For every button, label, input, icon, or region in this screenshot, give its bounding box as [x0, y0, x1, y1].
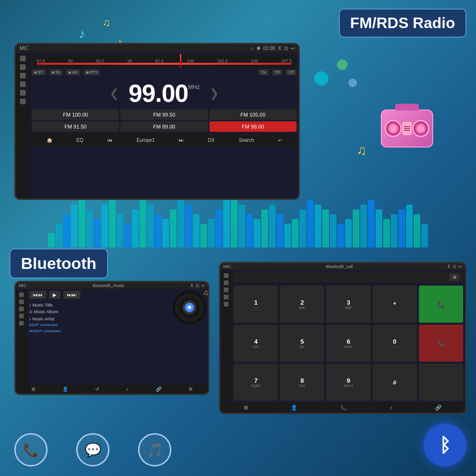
- kp-bottom-music-icon[interactable]: ♪: [390, 405, 393, 411]
- kp-window-icon: ⊡: [453, 264, 456, 269]
- status-row: ST TA AF PTY TA TP ST: [32, 69, 297, 75]
- music-note-2: ♫: [102, 17, 110, 29]
- toolbar-eq-btn[interactable]: EQ: [74, 136, 86, 144]
- bt-info: ♪ Music Title ⊙ Music Album ♪ Music Arti…: [29, 302, 170, 335]
- kp-key-5[interactable]: 5JKL: [280, 325, 324, 362]
- kp-key-2[interactable]: 2ABC: [280, 286, 324, 323]
- frequency-display: ❮ 99.00 MHz ❯: [32, 77, 297, 109]
- kp-bottombar: ⊞ 👤 📞 ♪ 🔗: [220, 403, 465, 413]
- sidebar-icon-6: [20, 99, 26, 104]
- music-note-4: ♫: [357, 143, 367, 158]
- bt-sidebar-1: [19, 292, 24, 297]
- preset-btn-1[interactable]: FM 100.00: [32, 109, 119, 120]
- fm-rds-text: FM/RDS Radio: [350, 14, 455, 31]
- bt-disk: ✱: [173, 291, 206, 324]
- music-note-1: ♪: [79, 26, 85, 41]
- status-pty: PTY: [84, 69, 100, 75]
- kp-end-call-btn[interactable]: 📞: [419, 325, 463, 362]
- status-ta: TA: [50, 69, 63, 75]
- preset-btn-4[interactable]: FM 91.50: [32, 121, 119, 132]
- kp-sidebar-1: [224, 273, 228, 278]
- bottom-feature-icons: 📞 💬 🎵: [14, 433, 171, 466]
- frequency-number: 99.00: [129, 79, 188, 108]
- bt-back-icon: ↩: [201, 283, 205, 288]
- kp-key-3[interactable]: 3DEF: [326, 286, 370, 323]
- bt-sidebar-4: [19, 314, 24, 318]
- kp-key-hash[interactable]: #: [373, 364, 417, 401]
- bt-bottom-link-icon[interactable]: 🔗: [156, 387, 161, 392]
- preset-btn-2[interactable]: FM 99.50: [120, 109, 208, 120]
- toolbar-dx-btn[interactable]: DX: [205, 136, 218, 144]
- bt-bottom-refresh-icon[interactable]: ↺: [95, 387, 99, 392]
- bt-vinyl-disc: ✱ ♫: [173, 291, 206, 324]
- sidebar-icon-1: [20, 56, 26, 61]
- keypad-grid: 1⌂ 2ABC 3DEF * 📞 4GHI: [234, 286, 463, 401]
- kp-call-btn[interactable]: 📞: [419, 286, 463, 323]
- kp-key-4[interactable]: 4GHI: [234, 325, 278, 362]
- kp-sidebar-5: [224, 302, 228, 307]
- freq-next-button[interactable]: ❯: [209, 87, 219, 100]
- bt-bottom-user-icon[interactable]: 👤: [62, 387, 68, 392]
- kp-bottom-link-icon[interactable]: 🔗: [435, 405, 442, 411]
- kp-key-star[interactable]: *: [373, 286, 417, 323]
- radio-topbar: MIC ⌂ ✱ 01:00 ⊼ ⊡ ↩: [16, 44, 298, 52]
- radio-mic-label: MIC: [20, 46, 28, 51]
- kp-bottom-phone-icon[interactable]: 📞: [340, 405, 347, 411]
- bluetooth-section-label: Bluetooth: [10, 248, 108, 278]
- bubble-3: [348, 79, 357, 87]
- preset-grid: FM 100.00 FM 99.50 FM 105.00 FM 91.50 FM…: [32, 109, 297, 132]
- sidebar-icon-5: [20, 90, 26, 96]
- bt-sidebar-5: [19, 321, 24, 326]
- toolbar-next-btn[interactable]: ⏭: [176, 136, 187, 144]
- sidebar-icon-4: [20, 81, 26, 87]
- expand-icon: ⊼: [278, 46, 281, 51]
- frequency-unit: MHz: [188, 84, 200, 90]
- bt-next-btn[interactable]: ⏭⏭: [63, 291, 80, 299]
- kp-key-1[interactable]: 1⌂: [234, 286, 278, 323]
- bluetooth-icon: ✱: [257, 46, 260, 51]
- kp-title: Bluetooth_call: [326, 264, 353, 269]
- bt-music-album-row: ⊙ Music Album: [29, 308, 170, 315]
- toolbar-prev-btn[interactable]: ⏮: [105, 136, 115, 144]
- bt-bottom-music-icon[interactable]: ♪: [126, 387, 129, 392]
- bt-controls: ⏮⏮ ▶ ⏭⏭ ♪ Music Title ⊙ Music Album ♪ Mu…: [29, 291, 170, 383]
- freq-prev-button[interactable]: ❮: [109, 87, 119, 100]
- preset-btn-6[interactable]: FM 99.00: [209, 121, 297, 132]
- boombox-illustration: [381, 109, 438, 167]
- kp-expand-icon: ⊼: [447, 264, 451, 269]
- kp-key-9[interactable]: 9WXYZ: [326, 364, 370, 401]
- radio-top-icons: ⌂ ✱ 01:00 ⊼ ⊡ ↩: [251, 46, 295, 51]
- toolbar-home-btn[interactable]: 🏠: [44, 136, 55, 144]
- radio-sidebar: [16, 54, 30, 198]
- kp-key-8[interactable]: 8TUV: [280, 364, 324, 401]
- kp-key-7[interactable]: 7PQRS: [234, 364, 278, 401]
- kp-key-0[interactable]: 0+: [373, 325, 417, 362]
- bubble-2: [337, 60, 347, 70]
- phone-icon: 📞: [23, 442, 40, 458]
- bt-bottom-grid-icon[interactable]: ⊞: [31, 387, 35, 392]
- bt-play-btn[interactable]: ▶: [49, 291, 60, 299]
- toolbar-station-label: Europe1: [134, 136, 158, 144]
- sidebar-icon-2: [20, 64, 26, 70]
- frequency-bar: 87.59092.59597.5100102.5105107.5: [32, 54, 297, 68]
- kp-delete-btn[interactable]: ✕: [450, 274, 459, 281]
- music-note-icon: 🎵: [147, 442, 163, 458]
- preset-btn-3[interactable]: FM 105.00: [209, 109, 297, 120]
- kp-sidebar-4: [224, 295, 228, 299]
- radio-screen: MIC ⌂ ✱ 01:00 ⊼ ⊡ ↩: [16, 44, 298, 198]
- preset-btn-5[interactable]: FM 89.00: [120, 121, 208, 132]
- status-st2: ST: [286, 69, 297, 75]
- bt-music-title-row: ♪ Music Title: [29, 302, 170, 308]
- bt-sidebar: [16, 291, 27, 394]
- frequency-indicator: [180, 54, 181, 68]
- bt-prev-btn[interactable]: ⏮⏮: [29, 291, 46, 299]
- kp-bottom-grid-icon[interactable]: ⊞: [244, 405, 248, 411]
- keypad-device: MIC Bluetooth_call ⊼ ⊡ ↩ ✕: [219, 262, 466, 414]
- bt-bottom-settings-icon[interactable]: ⚙: [188, 387, 193, 392]
- chat-icon: 💬: [85, 442, 101, 458]
- toolbar-search-btn[interactable]: Search: [236, 136, 257, 144]
- toolbar-back-btn[interactable]: ↩: [275, 136, 285, 144]
- kp-bottom-user-icon[interactable]: 👤: [291, 405, 298, 411]
- kp-mic-label: MIC: [223, 264, 231, 269]
- kp-key-6[interactable]: 6MNO: [326, 325, 370, 362]
